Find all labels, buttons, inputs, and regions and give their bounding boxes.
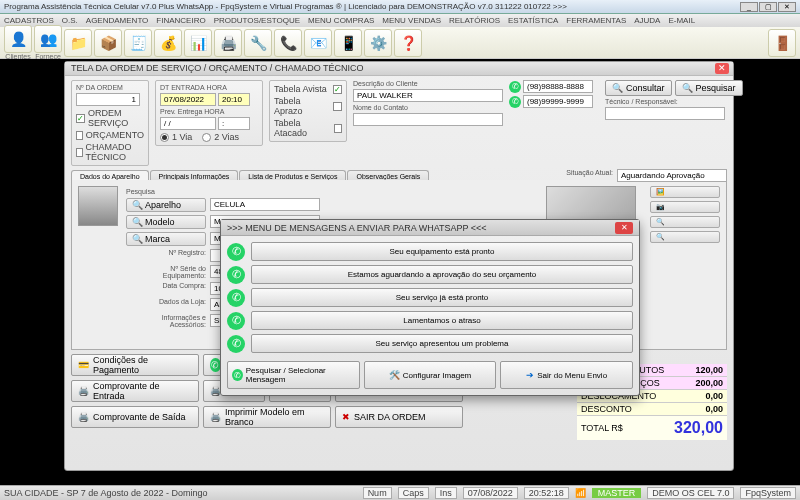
tool-icon[interactable]: ❓ <box>394 29 422 57</box>
gear-icon: 🛠️ <box>389 370 400 380</box>
print-icon: 🖨️ <box>78 386 89 396</box>
cliente-input[interactable] <box>353 89 503 102</box>
menu-menu compras[interactable]: MENU COMPRAS <box>308 16 374 25</box>
tool-icon[interactable]: 🧾 <box>124 29 152 57</box>
comp-entrada-button[interactable]: 🖨️Comprovante de Entrada <box>71 380 199 402</box>
menu-ferramentas[interactable]: FERRAMENTAS <box>566 16 626 25</box>
minimize-button[interactable]: _ <box>740 2 758 12</box>
tool-icon[interactable]: 🔧 <box>244 29 272 57</box>
search-icon: 🔍 <box>132 234 143 244</box>
aparelho-input[interactable] <box>210 198 320 211</box>
via2-radio[interactable] <box>202 133 211 142</box>
search-icon: 🔍 <box>132 200 143 210</box>
menubar: CADASTROSO.S.AGENDAMENTOFINANCEIROPRODUT… <box>0 14 800 27</box>
sair-menu-button[interactable]: ➔Sair do Menu Envio <box>500 361 633 389</box>
img-tool-button[interactable]: 🔍 <box>650 216 720 228</box>
aparelho-button[interactable]: 🔍Aparelho <box>126 198 206 212</box>
whatsapp-dialog: >>> MENU DE MENSAGENS A ENVIAR PARA WHAT… <box>220 219 640 396</box>
close-button[interactable]: ✕ <box>778 2 796 12</box>
app-titlebar: Programa Assistência Técnica Celular v7.… <box>0 0 800 14</box>
toolbar: 👤 Clientes 👥 Fornece 📁 📦 🧾 💰 📊 🖨️ 🔧 📞 📧 … <box>0 27 800 59</box>
fone1-input[interactable] <box>523 80 593 93</box>
via1-radio[interactable] <box>160 133 169 142</box>
tool-icon[interactable]: 📁 <box>64 29 92 57</box>
comp-saida-button[interactable]: 🖨️Comprovante de Saída <box>71 406 199 428</box>
hora-entrada-input[interactable] <box>218 93 250 106</box>
whatsapp-icon[interactable]: ✆ <box>509 96 521 108</box>
dialog-title: >>> MENU DE MENSAGENS A ENVIAR PARA WHAT… <box>221 220 639 236</box>
exit-icon[interactable]: 🚪 <box>768 29 796 57</box>
chamado-check[interactable] <box>76 148 83 157</box>
whatsapp-icon[interactable]: ✆ <box>509 81 521 93</box>
ordem-servico-check[interactable] <box>76 114 85 123</box>
menu-agendamento[interactable]: AGENDAMENTO <box>86 16 149 25</box>
tool-icon[interactable]: 📞 <box>274 29 302 57</box>
menu-o.s.[interactable]: O.S. <box>62 16 78 25</box>
menu-cadastros[interactable]: CADASTROS <box>4 16 54 25</box>
situacao-select[interactable] <box>617 169 727 182</box>
menu-estatística[interactable]: ESTATÍSTICA <box>508 16 558 25</box>
tabela-avista-check[interactable] <box>333 85 342 94</box>
window-close-button[interactable]: ✕ <box>715 63 729 74</box>
tabela-aprazo-check[interactable] <box>333 102 342 111</box>
menu-financeiro[interactable]: FINANCEIRO <box>156 16 205 25</box>
tool-icon[interactable]: 💰 <box>154 29 182 57</box>
whatsapp-icon: ✆ <box>227 266 245 284</box>
cond-pagamento-button[interactable]: 💳Condições de Pagamento <box>71 354 199 376</box>
img-tool-button[interactable]: 🖼️ <box>650 186 720 198</box>
menu-ajuda[interactable]: AJUDA <box>634 16 660 25</box>
msg-button[interactable]: Seu serviço apresentou um problema <box>251 334 633 353</box>
sair-ordem-button[interactable]: ✖SAIR DA ORDEM <box>335 406 463 428</box>
device-thumb <box>78 186 118 226</box>
fornecedores-icon[interactable]: 👥 <box>34 25 62 53</box>
window-title: TELA DA ORDEM DE SERVIÇO / ORÇAMENTO / C… <box>65 62 733 76</box>
whatsapp-icon: ✆ <box>227 335 245 353</box>
ordem-input[interactable] <box>76 93 140 106</box>
configurar-imagem-button[interactable]: 🛠️Configurar Imagem <box>364 361 497 389</box>
whatsapp-icon: ✆ <box>227 289 245 307</box>
menu-e-mail[interactable]: E-MAIL <box>668 16 695 25</box>
tool-icon[interactable]: 🖨️ <box>214 29 242 57</box>
maximize-button[interactable]: ▢ <box>759 2 777 12</box>
app-title: Programa Assistência Técnica Celular v7.… <box>4 2 567 11</box>
prev-entrega-input[interactable] <box>160 117 216 130</box>
dt-entrada-input[interactable] <box>160 93 216 106</box>
dialog-close-button[interactable]: ✕ <box>615 222 633 234</box>
exit-icon: ✖ <box>342 412 350 422</box>
tool-icon[interactable]: 📦 <box>94 29 122 57</box>
img-tool-button[interactable]: 📷 <box>650 201 720 213</box>
tool-icon[interactable]: ⚙️ <box>364 29 392 57</box>
img-tool-button[interactable]: 🔍 <box>650 231 720 243</box>
orcamento-check[interactable] <box>76 131 83 140</box>
consultar-button[interactable]: 🔍Consultar <box>605 80 672 96</box>
modelo-button[interactable]: 🔍Modelo <box>126 215 206 229</box>
whatsapp-icon: ✆ <box>227 312 245 330</box>
status-location: SUA CIDADE - SP 7 de Agosto de 2022 - Do… <box>4 488 207 498</box>
fone2-input[interactable] <box>523 95 593 108</box>
print-icon: 🖨️ <box>78 412 89 422</box>
msg-button[interactable]: Seu equipamento está pronto <box>251 242 633 261</box>
whatsapp-icon: ✆ <box>227 243 245 261</box>
msg-button[interactable]: Estamos aguardando a aprovação do seu or… <box>251 265 633 284</box>
tool-icon[interactable]: 📱 <box>334 29 362 57</box>
status-master: MASTER <box>592 488 642 498</box>
modelo-branco-button[interactable]: 🖨️Imprimir Modelo em Branco <box>203 406 331 428</box>
tool-icon[interactable]: 📊 <box>184 29 212 57</box>
menu-relatórios[interactable]: RELATÓRIOS <box>449 16 500 25</box>
statusbar: SUA CIDADE - SP 7 de Agosto de 2022 - Do… <box>0 485 800 500</box>
prev-hora-input[interactable] <box>218 117 250 130</box>
pesquisar-msg-button[interactable]: ✆Pesquisar / Selecionar Mensagem <box>227 361 360 389</box>
clientes-icon[interactable]: 👤 <box>4 25 32 53</box>
menu-menu vendas[interactable]: MENU VENDAS <box>382 16 441 25</box>
msg-button[interactable]: Seu serviço já está pronto <box>251 288 633 307</box>
search-icon: 🔍 <box>132 217 143 227</box>
pesquisar-button[interactable]: 🔍Pesquisar <box>675 80 743 96</box>
marca-button[interactable]: 🔍Marca <box>126 232 206 246</box>
print-icon: 🖨️ <box>210 412 221 422</box>
tool-icon[interactable]: 📧 <box>304 29 332 57</box>
tecnico-input[interactable] <box>605 107 725 120</box>
msg-button[interactable]: Lamentamos o atraso <box>251 311 633 330</box>
contato-input[interactable] <box>353 113 503 126</box>
tabela-atacado-check[interactable] <box>334 124 342 133</box>
menu-produtos/estoque[interactable]: PRODUTOS/ESTOQUE <box>214 16 300 25</box>
